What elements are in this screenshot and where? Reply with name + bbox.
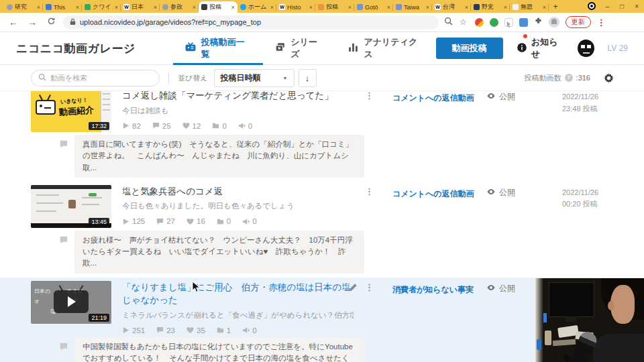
- close-icon[interactable]: ×: [387, 4, 390, 11]
- video-title[interactable]: コメ返し雑談「マーケティング業者だと思ってた」: [122, 91, 354, 103]
- user-avatar[interactable]: [578, 40, 594, 57]
- comment-bubble-icon: [59, 342, 68, 354]
- nicoad-count: 0: [252, 326, 256, 335]
- video-count-label: 投稿動画数: [525, 73, 561, 83]
- close-icon[interactable]: ×: [193, 4, 196, 11]
- puzzle-extensions-icon[interactable]: [534, 16, 543, 28]
- bookmark-star-icon[interactable]: ☆: [460, 17, 467, 27]
- more-menu-icon[interactable]: ⋮: [365, 283, 374, 295]
- bar-chart-icon: [347, 42, 359, 55]
- video-title[interactable]: 「なりすまし塩」にご用心 伯方・赤穂の塩は日本の塩じゃなかった: [122, 281, 354, 307]
- tab-toko2[interactable]: 投稿×: [315, 1, 354, 13]
- comment-count: 23: [166, 326, 175, 335]
- category-link[interactable]: コメントへの返信動画: [392, 93, 474, 103]
- close-icon[interactable]: ×: [543, 4, 546, 11]
- nav-uploaded-videos[interactable]: 投稿動画一覧: [173, 32, 264, 65]
- settings-gear-icon[interactable]: [603, 72, 614, 84]
- like-count: 35: [197, 326, 205, 335]
- video-thumbnail[interactable]: いきなり！ 動画紹介 17:32: [31, 91, 111, 132]
- edit-pencil-icon[interactable]: [348, 283, 358, 295]
- close-icon[interactable]: ×: [115, 4, 118, 11]
- niconico-favicon: [318, 4, 324, 10]
- help-icon[interactable]: ?: [565, 74, 573, 82]
- tab-kenkyu[interactable]: 研究×: [4, 1, 43, 13]
- tab-kuwai[interactable]: クワイ×: [82, 1, 121, 13]
- close-icon[interactable]: ×: [348, 4, 352, 11]
- tab-yato[interactable]: 野党×: [471, 1, 510, 13]
- video-thumbnail[interactable]: 13:45: [31, 185, 111, 228]
- video-stats: 251 23 35 1 0: [122, 326, 354, 335]
- nav-series[interactable]: シリーズ: [263, 32, 336, 65]
- close-icon[interactable]: ×: [465, 4, 468, 11]
- tab-home-twitter[interactable]: ホーム×: [237, 1, 276, 13]
- window-minimize-button[interactable]: –: [606, 3, 610, 10]
- forward-button[interactable]: →: [25, 17, 39, 27]
- upload-video-button[interactable]: 動画投稿: [436, 38, 503, 59]
- notification-badge: [523, 34, 527, 38]
- tab-sansei[interactable]: 参政×: [160, 1, 199, 13]
- video-thumbnail[interactable]: 日本の すます オ ア 塩 21:19: [31, 281, 111, 324]
- new-tab-button[interactable]: +: [549, 1, 562, 13]
- sort-direction-button[interactable]: ↓: [299, 69, 317, 87]
- browser-menu-icon[interactable]: ⋮: [597, 17, 606, 27]
- more-menu-icon[interactable]: ⋮: [365, 91, 374, 100]
- twitter-favicon: [240, 4, 246, 10]
- video-row[interactable]: いきなり！ 動画紹介 17:32 コメ返し雑談「マーケティング業者だと思ってた」…: [0, 91, 644, 182]
- tab-mudai[interactable]: 無題×: [510, 1, 549, 13]
- tab-goto[interactable]: Gotō×: [354, 1, 393, 13]
- category-link[interactable]: コメントへの返信動画: [392, 189, 474, 198]
- tab-toko-active[interactable]: 投稿×: [199, 1, 237, 13]
- background-monitor: [549, 282, 594, 317]
- close-icon[interactable]: ×: [37, 4, 40, 11]
- search-input[interactable]: [50, 74, 138, 82]
- extension-icon[interactable]: [490, 18, 498, 27]
- app-favicon: [474, 4, 480, 10]
- extension-icon[interactable]: [475, 18, 484, 27]
- eye-icon: [486, 187, 496, 198]
- divider: [168, 72, 169, 83]
- sort-order-select[interactable]: 投稿日時順 ▼: [214, 69, 294, 87]
- window-close-button[interactable]: ×: [635, 3, 639, 10]
- video-description: 今日は雑談も: [122, 106, 354, 116]
- reload-button[interactable]: [44, 17, 58, 27]
- chrome-update-button[interactable]: 更新: [566, 16, 591, 28]
- latest-comment[interactable]: お疲れ様〜 声がチョイ枯れてない？ ウンピーさん大丈夫？ 10万4千円浮いたらギ…: [74, 231, 364, 274]
- record-icon[interactable]: [588, 2, 596, 10]
- window-maximize-button[interactable]: □: [620, 3, 624, 10]
- close-icon[interactable]: ×: [154, 4, 157, 11]
- close-icon[interactable]: ×: [231, 4, 235, 11]
- tab-taiwan-wikipedia[interactable]: W台湾×: [432, 1, 471, 13]
- video-title[interactable]: 塩と気象兵器へのコメ返: [122, 185, 354, 198]
- tab-nihon-wikipedia[interactable]: W日本×: [121, 1, 160, 13]
- latest-comment[interactable]: 中国製韓国製もあたかも日本の塩に化けていますのでご注意を。特にYoutubeでお…: [74, 337, 364, 362]
- close-icon[interactable]: ×: [309, 4, 313, 11]
- cursor-extension-icon[interactable]: [504, 18, 513, 27]
- more-menu-icon[interactable]: ⋮: [365, 187, 374, 196]
- profile-avatar[interactable]: [549, 17, 559, 27]
- close-icon[interactable]: ×: [270, 4, 274, 11]
- tab-this[interactable]: This×: [43, 1, 82, 13]
- category-link[interactable]: 消費者が知らない事実: [392, 285, 474, 294]
- latest-comment[interactable]: 真面目に聞いてますから(笑) そうなると、従来の「紹介制」とか「口コミ」の世界よ…: [74, 135, 364, 178]
- wikipedia-favicon: W: [123, 4, 129, 10]
- url-omnibox[interactable]: upload.nicovideo.jp/garage/videos?ref=pc…: [63, 15, 439, 29]
- visibility-status: 公開: [499, 187, 515, 198]
- close-icon[interactable]: ×: [426, 4, 429, 11]
- notifications-button[interactable]: お知らせ: [517, 36, 564, 60]
- chevron-down-icon: ▼: [283, 76, 288, 80]
- video-description: 今日も色々ありました。明日も色々あるでしょう: [122, 201, 354, 211]
- site-logo[interactable]: ニコニコ動画ガレージ: [16, 41, 136, 56]
- video-search-box[interactable]: [31, 70, 160, 86]
- zoom-page-icon[interactable]: [444, 17, 453, 27]
- post-date: 2022/11/2600:20 投稿: [543, 185, 644, 210]
- close-icon[interactable]: ×: [76, 4, 79, 11]
- video-row[interactable]: 13:45 塩と気象兵器へのコメ返 今日も色々ありました。明日も色々あるでしょう…: [0, 182, 644, 278]
- back-button[interactable]: ←: [7, 17, 20, 27]
- person-face: [610, 285, 635, 324]
- site-header: ニコニコ動画ガレージ 投稿動画一覧 シリーズ アナリティクス 動画投稿 お知らせ: [0, 32, 644, 65]
- tab-taiwa[interactable]: Taiwa×: [393, 1, 432, 13]
- tab-histo-wikipedia[interactable]: WHisto×: [276, 1, 315, 13]
- extension-icon[interactable]: [519, 18, 528, 27]
- close-icon[interactable]: ×: [504, 4, 507, 11]
- nav-analytics[interactable]: アナリティクス: [336, 32, 435, 65]
